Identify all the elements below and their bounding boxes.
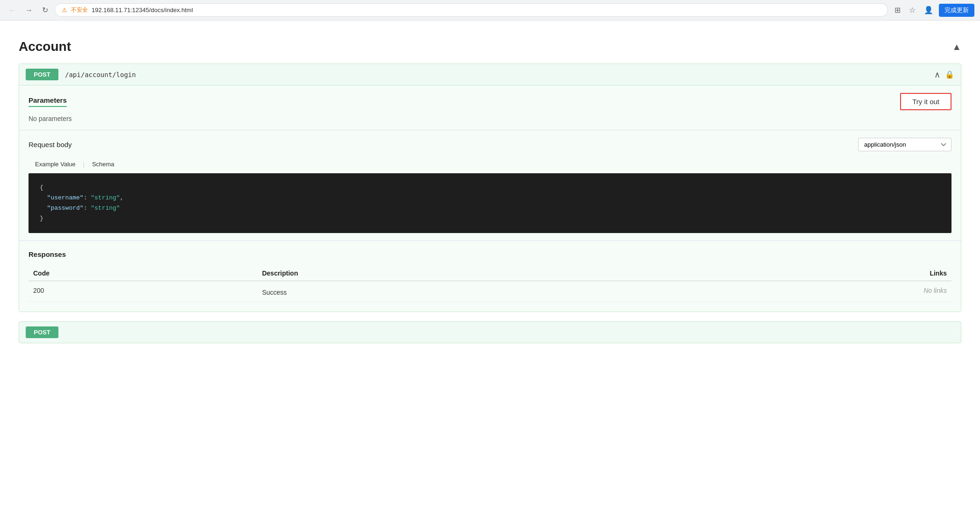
- back-button[interactable]: ←: [6, 4, 19, 16]
- reload-button[interactable]: ↻: [39, 4, 51, 16]
- response-description: Success: [258, 281, 661, 302]
- parameters-title: Parameters: [29, 96, 67, 107]
- response-code: 200: [29, 281, 258, 302]
- col-code-header: Code: [29, 266, 258, 281]
- col-links-header: Links: [661, 266, 951, 281]
- browser-actions: ⊞ ☆ 👤 完成更新: [892, 4, 974, 17]
- content-type-select[interactable]: application/json: [858, 138, 951, 151]
- table-row: 200 Success No links: [29, 281, 951, 302]
- address-bar: ⚠ 不安全 192.168.11.71:12345/docs/index.htm…: [55, 3, 888, 17]
- request-body-title: Request body: [29, 141, 72, 149]
- lock-icon: 🔒: [945, 70, 954, 79]
- code-block: { "username": "string", "password": "str…: [29, 173, 951, 233]
- endpoint-toggle-icon: ∧: [934, 70, 940, 80]
- profile-button[interactable]: 👤: [921, 4, 936, 16]
- collapse-button[interactable]: ▲: [952, 42, 961, 52]
- endpoint-body: Parameters Try it out No parameters Requ…: [19, 85, 961, 312]
- table-header-row: Code Description Links: [29, 266, 951, 281]
- bottom-method-badge: POST: [26, 326, 58, 338]
- example-tabs: Example Value | Schema: [29, 158, 951, 170]
- code-password-key: "password": [47, 205, 84, 212]
- code-brace-close: }: [40, 215, 43, 222]
- translate-button[interactable]: ⊞: [892, 4, 903, 16]
- code-username-value: "string": [91, 194, 120, 201]
- code-colon-2: :: [84, 205, 91, 212]
- bookmark-button[interactable]: ☆: [906, 4, 918, 16]
- no-params-text: No parameters: [29, 115, 951, 122]
- request-body-header: Request body application/json: [29, 138, 951, 151]
- responses-title: Responses: [29, 250, 951, 258]
- endpoint-path: /api/account/login: [65, 71, 930, 78]
- method-badge: POST: [26, 69, 58, 80]
- code-username-key: "username": [47, 194, 84, 201]
- insecure-label: 不安全: [71, 6, 88, 14]
- url-text: 192.168.11.71:12345/docs/index.html: [92, 7, 193, 14]
- warning-icon: ⚠: [62, 7, 67, 14]
- complete-update-button[interactable]: 完成更新: [939, 4, 974, 17]
- response-description-text: Success: [262, 289, 657, 296]
- code-password-value: "string": [91, 205, 120, 212]
- col-description-header: Description: [258, 266, 661, 281]
- responses-table: Code Description Links 200 Success No li…: [29, 266, 951, 302]
- schema-tab[interactable]: Schema: [86, 158, 121, 170]
- bottom-post-bar: POST: [19, 321, 961, 343]
- parameters-section: Parameters Try it out No parameters: [19, 85, 961, 130]
- section-header: Account ▲: [19, 35, 961, 64]
- code-comma-1: ,: [120, 194, 124, 201]
- response-links: No links: [661, 281, 951, 302]
- responses-section: Responses Code Description Links 200: [19, 241, 961, 312]
- section-title: Account: [19, 39, 71, 54]
- forward-button[interactable]: →: [22, 4, 36, 16]
- page-content: Account ▲ POST /api/account/login ∧ 🔒 Pa…: [0, 21, 980, 357]
- code-colon-1: :: [84, 194, 91, 201]
- browser-chrome: ← → ↻ ⚠ 不安全 192.168.11.71:12345/docs/ind…: [0, 0, 980, 21]
- request-body-section: Request body application/json Example Va…: [19, 130, 961, 241]
- tab-divider: |: [82, 158, 85, 170]
- code-brace-open: {: [40, 184, 43, 191]
- endpoint-block: POST /api/account/login ∧ 🔒 Parameters T…: [19, 64, 961, 312]
- try-it-out-button[interactable]: Try it out: [900, 93, 951, 110]
- example-value-tab[interactable]: Example Value: [29, 158, 82, 170]
- params-header: Parameters Try it out: [29, 93, 951, 110]
- endpoint-header[interactable]: POST /api/account/login ∧ 🔒: [19, 64, 961, 85]
